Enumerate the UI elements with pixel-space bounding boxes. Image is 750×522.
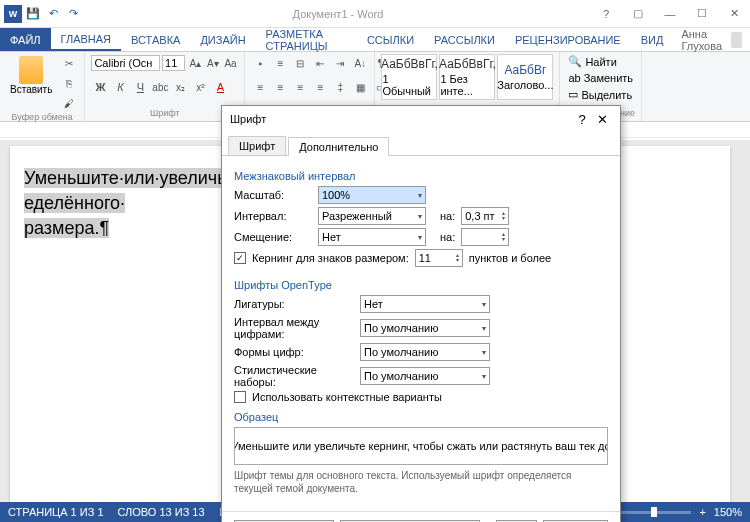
stylistic-sets-label: Стилистические наборы: — [234, 364, 354, 388]
justify-icon[interactable]: ≡ — [311, 78, 329, 96]
font-color-icon[interactable]: A — [211, 78, 229, 96]
position-select[interactable]: Нет▾ — [318, 228, 426, 246]
avatar-icon — [731, 32, 742, 48]
preview-box: Уменьшите или увеличьте кернинг, чтобы с… — [234, 427, 608, 465]
bullets-icon[interactable]: ▪ — [251, 54, 269, 72]
tab-view[interactable]: ВИД — [631, 28, 674, 51]
position-label: Смещение: — [234, 231, 312, 243]
spacing-by-label: на: — [440, 210, 455, 222]
kerning-size-spinner[interactable]: 11▴▾ — [415, 249, 463, 267]
spacing-label: Интервал: — [234, 210, 312, 222]
subscript-icon[interactable]: x₂ — [171, 78, 189, 96]
undo-icon[interactable]: ↶ — [44, 5, 62, 23]
number-spacing-label: Интервал между цифрами: — [234, 316, 354, 340]
dialog-help-icon[interactable]: ? — [572, 112, 592, 127]
line-spacing-icon[interactable]: ‡ — [331, 78, 349, 96]
selected-text-3[interactable]: размера.¶ — [24, 218, 109, 238]
decrease-indent-icon[interactable]: ⇤ — [311, 54, 329, 72]
shrink-font-icon[interactable]: A▾ — [205, 54, 221, 72]
tab-mailings[interactable]: РАССЫЛКИ — [424, 28, 505, 51]
word-count-status[interactable]: СЛОВО 13 ИЗ 13 — [118, 506, 205, 518]
spacing-select[interactable]: Разреженный▾ — [318, 207, 426, 225]
stylistic-sets-select[interactable]: По умолчанию▾ — [360, 367, 490, 385]
spacing-by-spinner[interactable]: 0,3 пт▴▾ — [461, 207, 509, 225]
superscript-icon[interactable]: x² — [191, 78, 209, 96]
scale-select[interactable]: 100%▾ — [318, 186, 426, 204]
section-char-spacing: Межзнаковый интервал — [234, 170, 608, 182]
tab-home[interactable]: ГЛАВНАЯ — [51, 28, 121, 51]
replace-button[interactable]: abЗаменить — [566, 71, 635, 85]
shading-icon[interactable]: ▦ — [351, 78, 369, 96]
cut-icon[interactable]: ✂ — [60, 54, 78, 72]
tab-insert[interactable]: ВСТАВКА — [121, 28, 190, 51]
position-by-spinner[interactable]: ▴▾ — [461, 228, 509, 246]
change-case-icon[interactable]: Aa — [223, 54, 239, 72]
paste-button[interactable]: Вставить — [6, 54, 56, 97]
dialog-body: Межзнаковый интервал Масштаб: 100%▾ Инте… — [222, 156, 620, 511]
copy-icon[interactable]: ⎘ — [60, 74, 78, 92]
dialog-tab-font[interactable]: Шрифт — [228, 136, 286, 155]
title-bar: W 💾 ↶ ↷ Документ1 - Word ? ▢ — ☐ ✕ — [0, 0, 750, 28]
dialog-buttons: По умолчанию Текстовые эффекты... ОК Отм… — [222, 511, 620, 522]
window-title: Документ1 - Word — [82, 8, 594, 20]
style-normal[interactable]: АаБбВвГг,1 Обычный — [381, 54, 437, 100]
zoom-level[interactable]: 150% — [714, 506, 742, 518]
align-right-icon[interactable]: ≡ — [291, 78, 309, 96]
tab-review[interactable]: РЕЦЕНЗИРОВАНИЕ — [505, 28, 631, 51]
grow-font-icon[interactable]: A▴ — [187, 54, 203, 72]
underline-icon[interactable]: Ч — [131, 78, 149, 96]
numbering-icon[interactable]: ≡ — [271, 54, 289, 72]
dialog-close-icon[interactable]: ✕ — [592, 112, 612, 127]
tab-layout[interactable]: РАЗМЕТКА СТРАНИЦЫ — [256, 28, 357, 51]
bold-icon[interactable]: Ж — [91, 78, 109, 96]
help-icon[interactable]: ? — [594, 4, 618, 24]
align-center-icon[interactable]: ≡ — [271, 78, 289, 96]
font-group-label: Шрифт — [91, 108, 238, 119]
page-status[interactable]: СТРАНИЦА 1 ИЗ 1 — [8, 506, 104, 518]
increase-indent-icon[interactable]: ⇥ — [331, 54, 349, 72]
section-opentype: Шрифты OpenType — [234, 279, 608, 291]
dialog-title: Шрифт — [230, 113, 572, 125]
contextual-alt-checkbox[interactable] — [234, 391, 246, 403]
minimize-icon[interactable]: — — [658, 4, 682, 24]
maximize-icon[interactable]: ☐ — [690, 4, 714, 24]
number-spacing-select[interactable]: По умолчанию▾ — [360, 319, 490, 337]
ligatures-select[interactable]: Нет▾ — [360, 295, 490, 313]
replace-icon: ab — [568, 72, 580, 84]
tab-design[interactable]: ДИЗАЙН — [190, 28, 255, 51]
find-button[interactable]: 🔍Найти — [566, 54, 635, 69]
align-left-icon[interactable]: ≡ — [251, 78, 269, 96]
save-icon[interactable]: 💾 — [24, 5, 42, 23]
select-icon: ▭ — [568, 88, 578, 101]
user-account[interactable]: Анна Глухова — [673, 28, 750, 51]
ribbon-collapse-icon[interactable]: ▢ — [626, 4, 650, 24]
style-heading1[interactable]: АаБбВгЗаголово... — [497, 54, 553, 100]
strikethrough-icon[interactable]: abc — [151, 78, 169, 96]
tab-file[interactable]: ФАЙЛ — [0, 28, 51, 51]
zoom-in-icon[interactable]: + — [699, 506, 705, 518]
kerning-tail: пунктов и более — [469, 252, 551, 264]
close-icon[interactable]: ✕ — [722, 4, 746, 24]
window-controls: ? ▢ — ☐ ✕ — [594, 4, 746, 24]
format-painter-icon[interactable]: 🖌 — [60, 94, 78, 112]
font-size-select[interactable]: 11 — [162, 55, 185, 71]
sort-icon[interactable]: A↓ — [351, 54, 369, 72]
italic-icon[interactable]: К — [111, 78, 129, 96]
selected-text-2[interactable]: еделённого· — [24, 193, 125, 213]
dialog-tab-advanced[interactable]: Дополнительно — [288, 137, 389, 156]
font-name-select[interactable]: Calibri (Осн — [91, 55, 160, 71]
multilevel-icon[interactable]: ⊟ — [291, 54, 309, 72]
dialog-tabs: Шрифт Дополнительно — [222, 132, 620, 156]
ribbon-group-clipboard: Вставить ✂ ⎘ 🖌 Буфер обмена — [0, 52, 85, 121]
paste-label: Вставить — [10, 84, 52, 95]
select-button[interactable]: ▭Выделить — [566, 87, 635, 102]
selected-text-1[interactable]: Уменьшите·или·увеличь — [24, 168, 227, 188]
kerning-checkbox[interactable]: ✓ — [234, 252, 246, 264]
number-forms-select[interactable]: По умолчанию▾ — [360, 343, 490, 361]
zoom-slider[interactable] — [611, 511, 691, 514]
scale-label: Масштаб: — [234, 189, 312, 201]
redo-icon[interactable]: ↷ — [64, 5, 82, 23]
style-no-spacing[interactable]: АаБбВвГг,1 Без инте... — [439, 54, 495, 100]
preview-note: Шрифт темы для основного текста. Использ… — [234, 469, 608, 495]
tab-references[interactable]: ССЫЛКИ — [357, 28, 424, 51]
